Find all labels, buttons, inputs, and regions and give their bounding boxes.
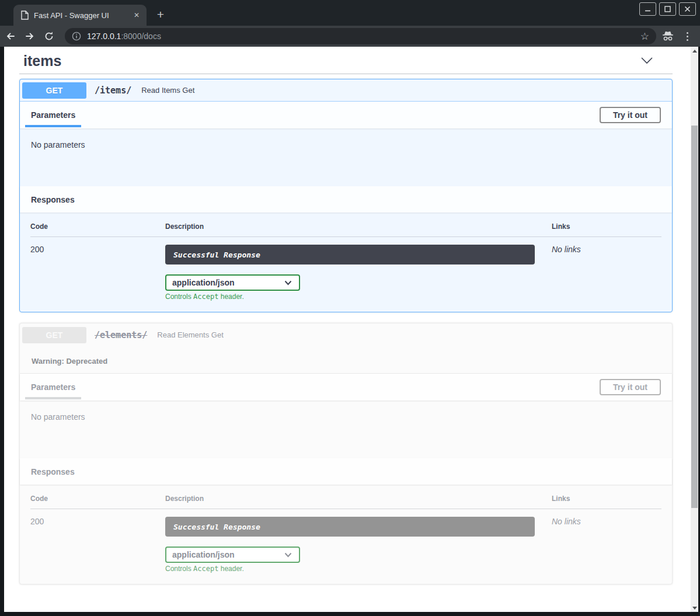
- media-type-value: application/json: [172, 550, 235, 559]
- responses-table: Code Description Links 200 Successful Re…: [20, 485, 672, 584]
- chevron-down-icon: [284, 280, 292, 286]
- browser-tab[interactable]: Fast API - Swagger UI ✕: [13, 5, 147, 26]
- tag-title: items: [23, 53, 61, 69]
- page-scrollbar[interactable]: [691, 47, 698, 612]
- tab-close-icon[interactable]: ✕: [131, 10, 142, 20]
- no-parameters-text: No parameters: [31, 140, 85, 149]
- window-maximize-button[interactable]: [659, 2, 676, 16]
- bookmark-star-icon[interactable]: ☆: [639, 30, 650, 43]
- media-type-value: application/json: [172, 278, 235, 287]
- response-description-box: Successful Response: [165, 245, 535, 265]
- endpoint-summary: Read Items Get: [141, 86, 194, 95]
- response-code: 200: [30, 237, 165, 312]
- toolbar-right-group: [661, 30, 692, 43]
- window-controls: [639, 2, 696, 16]
- collapse-chevron-icon[interactable]: [640, 55, 654, 68]
- page-viewport: items GET /items/ Read Items Get Paramet…: [4, 47, 691, 612]
- media-type-select[interactable]: application/json: [165, 274, 300, 291]
- method-badge: GET: [22, 82, 86, 99]
- parameters-body: No parameters: [20, 128, 672, 186]
- opblock-summary[interactable]: GET /elements/ Read Elements Get: [20, 323, 672, 346]
- column-header-description: Description: [165, 495, 552, 509]
- response-description-cell: Successful Response application/json Con…: [165, 509, 552, 584]
- response-description-cell: Successful Response application/json Con…: [165, 237, 552, 312]
- tag-section-header[interactable]: items: [19, 52, 673, 74]
- chevron-down-icon: [284, 552, 292, 558]
- try-it-out-button[interactable]: Try it out: [600, 379, 661, 395]
- browser-menu-button[interactable]: [683, 30, 692, 43]
- tab-title: Fast API - Swagger UI: [34, 11, 131, 20]
- endpoint-path: /items/: [95, 85, 131, 96]
- try-it-out-button[interactable]: Try it out: [600, 107, 661, 123]
- endpoint-path: /elements/: [95, 330, 147, 340]
- window-close-button[interactable]: [679, 2, 696, 16]
- url-host: 127.0.0.1: [87, 32, 121, 41]
- response-links: No links: [552, 509, 661, 584]
- parameters-body: No parameters: [20, 401, 672, 458]
- parameters-header: Parameters Try it out: [20, 374, 672, 401]
- tab-parameters[interactable]: Parameters: [25, 103, 81, 127]
- back-button[interactable]: [2, 27, 19, 45]
- response-description-box: Successful Response: [165, 517, 535, 537]
- browser-toolbar: 127.0.0.1:8000/docs ☆: [0, 26, 700, 47]
- accept-header-note: Controls Accept header.: [165, 565, 552, 584]
- responses-header: Responses: [20, 186, 672, 213]
- responses-title: Responses: [31, 467, 75, 476]
- window-minimize-button[interactable]: [639, 2, 656, 16]
- url-bar[interactable]: 127.0.0.1:8000/docs ☆: [65, 28, 656, 44]
- scrollbar-thumb[interactable]: [691, 126, 698, 508]
- response-links: No links: [552, 237, 661, 312]
- close-icon: [684, 6, 691, 12]
- accept-header-note: Controls Accept header.: [165, 293, 552, 312]
- column-header-links: Links: [552, 222, 661, 236]
- back-arrow-icon: [5, 31, 16, 41]
- scrollbar-up-arrow[interactable]: [691, 47, 698, 55]
- incognito-icon: [661, 30, 675, 42]
- column-header-links: Links: [552, 495, 661, 509]
- responses-title: Responses: [31, 195, 75, 204]
- responses-header: Responses: [20, 458, 672, 485]
- opblock-get-items: GET /items/ Read Items Get Parameters Tr…: [19, 79, 673, 312]
- tab-parameters[interactable]: Parameters: [25, 375, 81, 399]
- media-type-select[interactable]: application/json: [165, 547, 300, 563]
- deprecated-warning-wrapper: Warning: Deprecated: [20, 346, 672, 374]
- endpoint-summary: Read Elements Get: [157, 330, 223, 339]
- forward-button[interactable]: [21, 27, 39, 45]
- minimize-icon: [645, 6, 651, 12]
- url-path: :8000/docs: [121, 32, 161, 41]
- responses-table: Code Description Links 200 Successful Re…: [20, 213, 672, 312]
- opblock-get-elements-deprecated: GET /elements/ Read Elements Get Warning…: [19, 323, 673, 584]
- url-text: 127.0.0.1:8000/docs: [87, 32, 639, 41]
- browser-tab-bar: Fast API - Swagger UI ✕ +: [0, 0, 700, 26]
- column-header-code: Code: [30, 222, 165, 236]
- response-code: 200: [30, 509, 165, 584]
- deprecated-warning-text: Warning: Deprecated: [32, 357, 107, 366]
- method-badge: GET: [22, 327, 86, 343]
- swagger-content: items GET /items/ Read Items Get Paramet…: [4, 47, 691, 584]
- reload-button[interactable]: [40, 27, 58, 45]
- column-header-code: Code: [30, 495, 165, 509]
- page-favicon-icon: [20, 11, 29, 20]
- forward-arrow-icon: [25, 31, 35, 41]
- maximize-icon: [664, 6, 671, 12]
- new-tab-button[interactable]: +: [153, 7, 168, 22]
- column-header-description: Description: [165, 222, 552, 236]
- reload-icon: [44, 31, 54, 41]
- opblock-summary[interactable]: GET /items/ Read Items Get: [20, 79, 672, 102]
- scrollbar-down-arrow[interactable]: [691, 604, 698, 612]
- no-parameters-text: No parameters: [31, 412, 85, 422]
- site-info-icon[interactable]: [72, 32, 81, 41]
- parameters-header: Parameters Try it out: [20, 102, 672, 128]
